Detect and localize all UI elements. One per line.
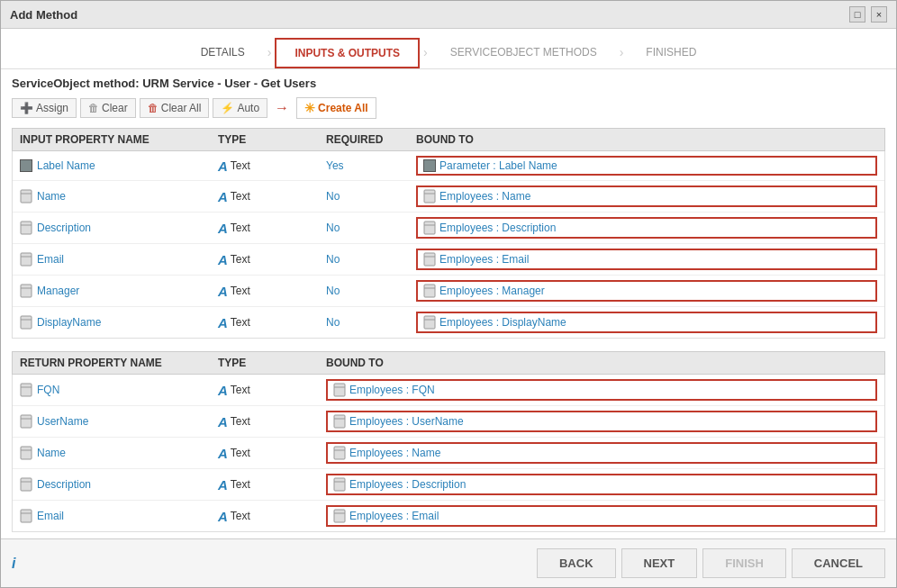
table-row[interactable]: Name A Text No Employees : Name bbox=[13, 181, 884, 213]
db-icon bbox=[20, 383, 32, 397]
bound-box: Employees : Name bbox=[326, 442, 877, 464]
bound-box: Employees : Name bbox=[416, 185, 877, 207]
db-icon bbox=[20, 189, 32, 204]
bound-box: Employees : Email bbox=[326, 505, 877, 527]
input-name: DisplayName bbox=[20, 315, 218, 330]
svg-rect-34 bbox=[334, 478, 345, 491]
star-icon: ✳ bbox=[304, 101, 315, 115]
return-type: A Text bbox=[218, 509, 326, 524]
bound-box: Employees : Manager bbox=[416, 280, 877, 302]
svg-rect-12 bbox=[21, 285, 32, 297]
title-bar-controls: □ × bbox=[849, 6, 887, 23]
svg-rect-4 bbox=[21, 222, 32, 234]
input-type: A Text bbox=[218, 221, 326, 236]
cancel-button[interactable]: CANCEL bbox=[792, 548, 885, 578]
table-row[interactable]: Label Name A Text Yes Parameter : Label … bbox=[13, 151, 884, 181]
input-name: Email bbox=[20, 252, 218, 267]
create-all-button[interactable]: ✳ Create All bbox=[296, 97, 376, 119]
db-icon bbox=[20, 284, 32, 298]
table-row[interactable]: Email A Text No Employees : Email bbox=[13, 244, 884, 276]
tab-arrow-3: › bbox=[616, 38, 628, 68]
table-row[interactable]: Description A Text No Employees : Descri… bbox=[13, 213, 884, 244]
input-type: A Text bbox=[218, 315, 326, 330]
returns-table: FQN A Text Employees : FQN UserName A Te… bbox=[12, 375, 885, 532]
service-label: ServiceObject method: URM Service - User… bbox=[12, 77, 885, 90]
svg-rect-14 bbox=[424, 285, 435, 297]
table-row[interactable]: Manager A Text No Employees : Manager bbox=[13, 276, 884, 307]
clear-all-icon: 🗑 bbox=[148, 102, 159, 114]
table-row[interactable]: Name A Text Employees : Name bbox=[13, 438, 884, 469]
assign-button[interactable]: ➕ Assign bbox=[12, 98, 77, 118]
table-row[interactable]: DisplayName A Text No Employees : Displa… bbox=[13, 307, 884, 338]
svg-rect-2 bbox=[424, 190, 435, 203]
return-name: UserName bbox=[20, 414, 218, 429]
return-type: A Text bbox=[218, 477, 326, 493]
wizard-tabs: DETAILS › INPUTS & OUTPUTS › SERVICEOBJE… bbox=[1, 29, 896, 69]
auto-icon: ⚡ bbox=[221, 102, 234, 114]
table-row[interactable]: FQN A Text Employees : FQN bbox=[13, 375, 884, 406]
toolbar: ➕ Assign 🗑 Clear 🗑 Clear All ⚡ Auto → ✳ … bbox=[12, 97, 885, 119]
svg-rect-0 bbox=[21, 190, 32, 203]
svg-rect-32 bbox=[21, 478, 32, 491]
svg-rect-18 bbox=[424, 316, 435, 329]
db-icon bbox=[333, 414, 346, 429]
db-bound-icon bbox=[423, 252, 436, 267]
return-bound: Employees : Description bbox=[326, 474, 877, 495]
bound-box: Employees : Email bbox=[416, 249, 877, 270]
tab-finished[interactable]: FINISHED bbox=[627, 38, 715, 68]
tab-serviceobject-methods[interactable]: SERVICEOBJECT METHODS bbox=[431, 38, 616, 68]
bound-box: Employees : Description bbox=[416, 217, 877, 239]
db-icon bbox=[333, 446, 346, 460]
input-required: No bbox=[326, 285, 416, 297]
table-row[interactable]: UserName A Text Employees : UserName bbox=[13, 406, 884, 438]
svg-rect-30 bbox=[334, 447, 345, 459]
clear-all-button[interactable]: 🗑 Clear All bbox=[140, 98, 210, 118]
input-type: A Text bbox=[218, 284, 326, 299]
return-type: A Text bbox=[218, 446, 326, 461]
param-icon bbox=[20, 159, 32, 172]
tab-inputs-outputs[interactable]: INPUTS & OUTPUTS bbox=[275, 38, 420, 68]
input-required: No bbox=[326, 253, 416, 266]
return-name: Description bbox=[20, 477, 218, 492]
db-icon bbox=[20, 414, 32, 429]
assign-icon: ➕ bbox=[20, 102, 33, 114]
return-bound: Employees : FQN bbox=[326, 379, 877, 401]
table-row[interactable]: Email A Text Employees : Email bbox=[13, 501, 884, 531]
svg-rect-22 bbox=[334, 384, 345, 396]
input-type: A Text bbox=[218, 158, 326, 174]
add-method-dialog: Add Method □ × DETAILS › INPUTS & OUTPUT… bbox=[0, 0, 897, 588]
return-name: FQN bbox=[20, 383, 218, 397]
svg-rect-10 bbox=[424, 253, 435, 266]
db-icon bbox=[333, 477, 346, 492]
dialog-title: Add Method bbox=[10, 8, 77, 22]
footer: i BACK NEXT FINISH CANCEL bbox=[1, 538, 896, 587]
tab-details[interactable]: DETAILS bbox=[182, 38, 264, 68]
arrow-icon: → bbox=[275, 100, 289, 116]
bound-box: Employees : Description bbox=[326, 474, 877, 495]
input-name: Description bbox=[20, 221, 218, 235]
return-name: Name bbox=[20, 446, 218, 460]
back-button[interactable]: BACK bbox=[537, 548, 616, 578]
db-icon bbox=[20, 315, 32, 330]
return-bound: Employees : Email bbox=[326, 505, 877, 527]
svg-rect-28 bbox=[21, 447, 32, 459]
clear-button[interactable]: 🗑 Clear bbox=[80, 98, 136, 118]
info-icon: i bbox=[12, 556, 15, 572]
return-type: A Text bbox=[218, 383, 326, 398]
restore-button[interactable]: □ bbox=[849, 6, 865, 23]
auto-button[interactable]: ⚡ Auto bbox=[213, 98, 267, 118]
db-icon bbox=[333, 509, 346, 523]
trash-icon: 🗑 bbox=[88, 102, 99, 114]
bound-box: Employees : UserName bbox=[326, 411, 877, 432]
table-row[interactable]: Description A Text Employees : Descripti… bbox=[13, 469, 884, 501]
input-bound: Employees : Description bbox=[416, 217, 877, 239]
param-bound-icon bbox=[423, 159, 436, 172]
db-icon bbox=[20, 446, 32, 460]
close-button[interactable]: × bbox=[871, 6, 887, 23]
finish-button[interactable]: FINISH bbox=[702, 548, 786, 578]
svg-rect-20 bbox=[21, 384, 32, 396]
input-bound: Employees : Manager bbox=[416, 280, 877, 302]
input-name: Manager bbox=[20, 284, 218, 298]
title-bar: Add Method □ × bbox=[1, 1, 896, 29]
next-button[interactable]: NEXT bbox=[621, 548, 698, 578]
